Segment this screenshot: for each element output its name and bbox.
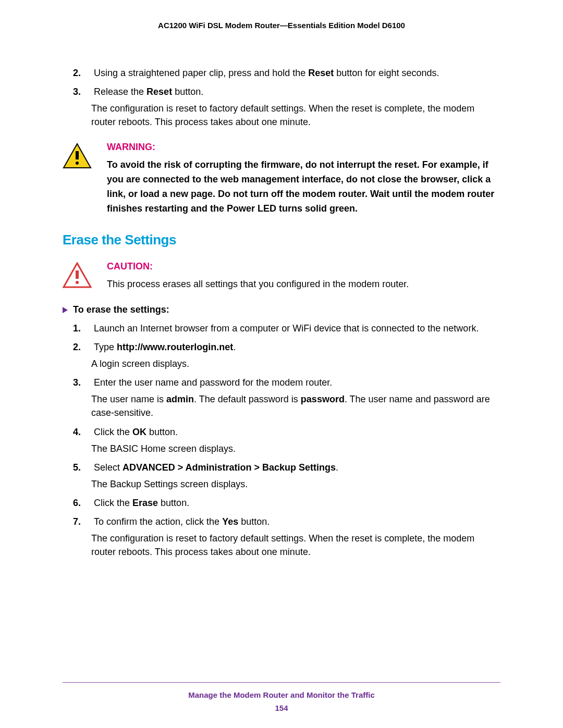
footer-page-number: 154 <box>63 704 500 712</box>
step-text: Type http://www.routerlogin.net. <box>94 340 500 354</box>
step-text: Using a straightened paper clip, press a… <box>94 66 500 80</box>
page-footer: Manage the Modem Router and Monitor the … <box>63 682 500 712</box>
step-result: The BASIC Home screen displays. <box>91 442 500 455</box>
step-1: 1. Launch an Internet browser from a com… <box>73 322 500 335</box>
svg-rect-4 <box>76 270 79 279</box>
document-page: AC1200 WiFi DSL Modem Router—Essentials … <box>0 0 563 728</box>
svg-rect-1 <box>76 151 79 159</box>
step-4: 4. Click the OK button. The BASIC Home s… <box>73 425 500 455</box>
step-number: 3. <box>73 85 91 98</box>
caution-box: CAUTION: This process erases all setting… <box>63 261 500 291</box>
step-text: Select ADVANCED > Administration > Backu… <box>94 461 500 474</box>
warning-box: WARNING: To avoid the risk of corrupting… <box>63 142 500 216</box>
step-number: 4. <box>73 425 91 439</box>
warning-text: To avoid the risk of corrupting the firm… <box>107 158 500 216</box>
chevron-icon <box>63 307 68 313</box>
step-number: 6. <box>73 496 91 510</box>
step-result: A login screen displays. <box>91 357 500 371</box>
step-number: 1. <box>73 322 91 335</box>
footer-rule <box>63 682 500 683</box>
svg-point-2 <box>76 162 79 165</box>
svg-point-5 <box>76 281 79 284</box>
document-header: AC1200 WiFi DSL Modem Router—Essentials … <box>63 21 500 30</box>
step-text: Release the Reset button. <box>94 85 500 98</box>
step-2: 2. Using a straightened paper clip, pres… <box>73 66 500 80</box>
step-text: Enter the user name and password for the… <box>94 376 500 389</box>
step-text: Launch an Internet browser from a comput… <box>94 322 500 335</box>
caution-text: This process erases all settings that yo… <box>107 277 500 291</box>
caution-body: CAUTION: This process erases all setting… <box>107 261 500 291</box>
caution-title: CAUTION: <box>107 261 500 272</box>
step-3: 3. Enter the user name and password for … <box>73 376 500 419</box>
step-result: The Backup Settings screen displays. <box>91 477 500 491</box>
task-title: To erase the settings: <box>63 304 500 315</box>
step-6: 6. Click the Erase button. <box>73 496 500 510</box>
step-number: 5. <box>73 461 91 474</box>
footer-title: Manage the Modem Router and Monitor the … <box>63 690 500 699</box>
step-5: 5. Select ADVANCED > Administration > Ba… <box>73 461 500 491</box>
step-text: Click the OK button. <box>94 425 500 439</box>
step-text: Click the Erase button. <box>94 496 500 510</box>
erase-step-list: 1. Launch an Internet browser from a com… <box>73 322 500 559</box>
caution-icon <box>63 261 94 291</box>
step-text: To confirm the action, click the Yes but… <box>94 515 500 528</box>
step-result: The configuration is reset to factory de… <box>91 532 500 559</box>
section-title: Erase the Settings <box>63 232 500 248</box>
step-number: 2. <box>73 66 91 80</box>
warning-title: WARNING: <box>107 142 500 153</box>
step-2: 2. Type http://www.routerlogin.net. A lo… <box>73 340 500 371</box>
step-number: 2. <box>73 340 91 354</box>
step-7: 7. To confirm the action, click the Yes … <box>73 515 500 559</box>
warning-body: WARNING: To avoid the risk of corrupting… <box>107 142 500 216</box>
warning-icon <box>63 142 94 171</box>
step-number: 3. <box>73 376 91 389</box>
step-3: 3. Release the Reset button. The configu… <box>73 85 500 129</box>
top-step-list: 2. Using a straightened paper clip, pres… <box>73 66 500 129</box>
step-result: The configuration is reset to factory de… <box>91 102 500 129</box>
step-number: 7. <box>73 515 91 528</box>
step-result: The user name is admin. The default pass… <box>91 392 500 419</box>
